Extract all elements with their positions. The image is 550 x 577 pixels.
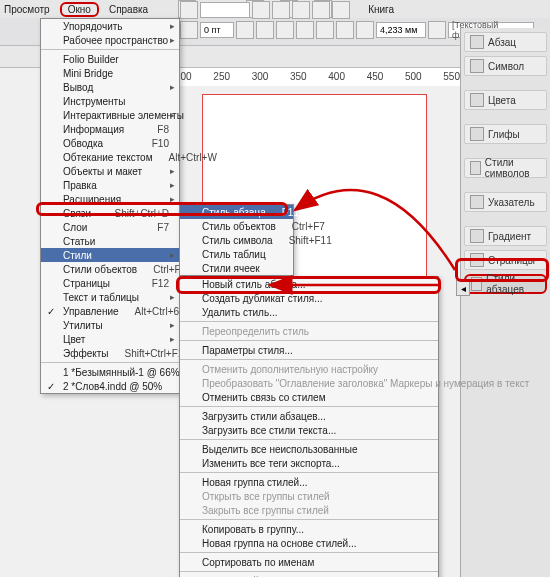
panel-menu-item[interactable]: Загрузить все стили текста... <box>180 423 438 437</box>
panel-tab-paragraph[interactable]: Абзац <box>464 32 547 52</box>
window-menu-item[interactable]: ✓2 *Слов4.indd @ 50% <box>41 379 179 393</box>
window-menu-item[interactable]: Стили <box>41 248 179 262</box>
menu-item-label: Связи <box>63 208 91 219</box>
menu-item-label: Вывод <box>63 82 93 93</box>
panel-menu-item[interactable]: Новый стиль абзаца... <box>180 277 438 291</box>
menu-item-label: Folio Builder <box>63 54 119 65</box>
panel-tab-label: Указатель <box>488 197 535 208</box>
window-menu-item[interactable]: Расширения <box>41 192 179 206</box>
panel-menu-item[interactable]: Изменить все теги экспорта... <box>180 456 438 470</box>
menu-window[interactable]: Окно <box>60 2 99 17</box>
tb2-icon[interactable] <box>292 1 310 19</box>
menu-item-label: Правка <box>63 180 97 191</box>
panel-tab-cstyle[interactable]: Стили символов <box>464 158 547 178</box>
window-menu-item[interactable]: Цвет <box>41 332 179 346</box>
styles-submenu-item[interactable]: Стиль таблиц <box>180 247 293 261</box>
window-menu-item[interactable]: ОбводкаF10 <box>41 136 179 150</box>
window-menu-item[interactable]: Интерактивные элементы <box>41 108 179 122</box>
menu-separator <box>180 552 438 553</box>
menu-item-label: Стили ячеек <box>202 263 260 274</box>
window-menu-item[interactable]: Mini Bridge <box>41 66 179 80</box>
window-menu-item[interactable]: 1 *Безымянный-1 @ 66% <box>41 365 179 379</box>
panel-tab-swatch[interactable]: Цвета <box>464 90 547 110</box>
window-menu-item[interactable]: Упорядочить <box>41 19 179 33</box>
window-menu-item[interactable]: Инструменты <box>41 94 179 108</box>
window-menu-item[interactable]: ✓УправлениеAlt+Ctrl+6 <box>41 304 179 318</box>
menu-item-label: Инструменты <box>63 96 125 107</box>
window-menu-item[interactable]: Стили объектовCtrl+F7 <box>41 262 179 276</box>
menu-view[interactable]: Просмотр <box>4 4 50 15</box>
tb-icon[interactable] <box>428 21 446 39</box>
panel-menu-item[interactable]: Отменить дополнительную настройку <box>180 362 438 376</box>
tb2-icon[interactable] <box>272 1 290 19</box>
panel-menu-item[interactable]: Открыть все группы стилей <box>180 489 438 503</box>
menu-help[interactable]: Справка <box>109 4 148 15</box>
menu-item-label: Слои <box>63 222 87 233</box>
window-menu-item[interactable]: Обтекание текстомAlt+Ctrl+W <box>41 150 179 164</box>
panel-tab-glyph[interactable]: Глифы <box>464 124 547 144</box>
tb-icon[interactable] <box>236 21 254 39</box>
window-menu-item[interactable]: ИнформацияF8 <box>41 122 179 136</box>
window-menu-item[interactable]: Рабочее пространство <box>41 33 179 47</box>
menu-item-label: 1 *Безымянный-1 @ 66% <box>63 367 180 378</box>
ruler-tick: 350 <box>290 71 307 82</box>
panel-tab-pages[interactable]: Страницы <box>464 250 547 270</box>
panel-tab-label: Символ <box>488 61 524 72</box>
window-menu-item[interactable]: СвязиShift+Ctrl+D <box>41 206 179 220</box>
tb-icon[interactable] <box>336 21 354 39</box>
menu-item-label: Выделить все неиспользованные <box>202 444 358 455</box>
tb2-icon[interactable] <box>332 1 350 19</box>
panel-menu-item[interactable]: Параметры стиля... <box>180 343 438 357</box>
panel-menu-item[interactable]: Новая группа стилей... <box>180 475 438 489</box>
window-menu-item[interactable]: Утилиты <box>41 318 179 332</box>
para-align-icon[interactable] <box>180 21 198 39</box>
panel-tab-grad[interactable]: Градиент <box>464 226 547 246</box>
panel-menu-item[interactable]: Преобразовать "Оглавление заголовка" Мар… <box>180 376 438 390</box>
window-menu-item[interactable]: Вывод <box>41 80 179 94</box>
panel-tab-char[interactable]: Символ <box>464 56 547 76</box>
panel-menu-item[interactable]: Удалить стиль... <box>180 305 438 319</box>
window-menu-item[interactable]: ЭффектыShift+Ctrl+F10 <box>41 346 179 360</box>
panel-tab-label: Градиент <box>488 231 531 242</box>
panel-menu-item[interactable]: Отменить связь со стилем <box>180 390 438 404</box>
window-menu-item[interactable]: Статьи <box>41 234 179 248</box>
styles-submenu-item[interactable]: Стиль объектовCtrl+F7 <box>180 219 293 233</box>
tb2-icon[interactable] <box>312 1 330 19</box>
panel-menu-item[interactable]: Копировать в группу... <box>180 522 438 536</box>
styles-submenu-item[interactable]: Стиль символаShift+F11 <box>180 233 293 247</box>
tb-icon[interactable] <box>316 21 334 39</box>
menu-separator <box>180 439 438 440</box>
tb-icon[interactable] <box>356 21 374 39</box>
window-menu-item[interactable]: Folio Builder <box>41 52 179 66</box>
tb2-icon[interactable] <box>180 1 198 19</box>
styles-submenu-item[interactable]: Стиль абзацаF11 <box>180 205 293 219</box>
window-menu-item[interactable]: СтраницыF12 <box>41 276 179 290</box>
panel-menu-item[interactable]: Выделить все неиспользованные <box>180 442 438 456</box>
menu-separator <box>41 49 179 50</box>
tb2-icon[interactable] <box>252 1 270 19</box>
panel-flyout-icon[interactable]: ◂ <box>456 280 470 296</box>
workspace-book[interactable]: Книга <box>368 4 394 15</box>
tb2-field[interactable] <box>200 2 250 18</box>
window-menu-item[interactable]: Текст и таблицы <box>41 290 179 304</box>
window-menu-item[interactable]: Объекты и макет <box>41 164 179 178</box>
styles-submenu-item[interactable]: Стили ячеек <box>180 261 293 275</box>
window-menu-item[interactable]: Правка <box>41 178 179 192</box>
menu-item-label: Загрузить стили абзацев... <box>202 411 326 422</box>
tb-icon[interactable] <box>256 21 274 39</box>
panel-tab-index[interactable]: Указатель <box>464 192 547 212</box>
panel-menu-item[interactable]: Создать дубликат стиля... <box>180 291 438 305</box>
size-field-2[interactable]: 4,233 мм <box>376 22 426 38</box>
tb-icon[interactable] <box>296 21 314 39</box>
panel-menu-item[interactable]: Переопределить стиль <box>180 324 438 338</box>
panel-tab-label: Стили абзацев <box>486 273 540 295</box>
panel-menu-item[interactable]: Загрузить стили абзацев... <box>180 409 438 423</box>
panel-menu-item[interactable]: Закрыть все группы стилей <box>180 503 438 517</box>
size-field-1[interactable]: 0 пт <box>200 22 234 38</box>
panel-menu-item[interactable]: Новая группа на основе стилей... <box>180 536 438 550</box>
tb-icon[interactable] <box>276 21 294 39</box>
index-icon <box>470 195 484 209</box>
window-menu-item[interactable]: СлоиF7 <box>41 220 179 234</box>
panel-tab-pstyle[interactable]: Стили абзацев <box>464 274 547 294</box>
panel-menu-item[interactable]: Сортировать по именам <box>180 555 438 569</box>
